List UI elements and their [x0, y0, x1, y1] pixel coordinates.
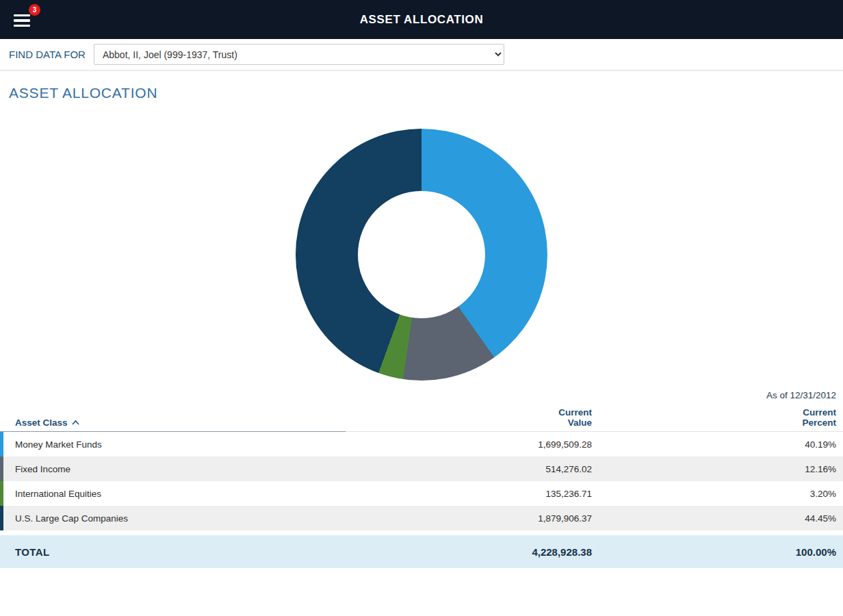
hamburger-menu-button[interactable]: 3: [14, 9, 34, 29]
cell-current-value: 1,879,906.37: [352, 513, 592, 524]
column-header-current-percent: Current Percent: [592, 407, 843, 428]
row-color-indicator: [0, 506, 3, 530]
current-percent-header-line2: Percent: [592, 418, 836, 428]
column-header-asset-class[interactable]: Asset Class: [0, 418, 352, 428]
page-title: ASSET ALLOCATION: [9, 85, 843, 101]
cell-asset-class: Fixed Income: [0, 464, 352, 474]
table-body: Money Market Funds 1,699,509.28 40.19% F…: [0, 432, 843, 530]
table-row: Fixed Income 514,276.02 12.16%: [0, 457, 843, 481]
current-percent-header-line1: Current: [592, 407, 836, 418]
donut-hole: [358, 191, 485, 318]
cell-current-value: 1,699,509.28: [352, 439, 592, 450]
cell-current-percent: 40.19%: [592, 439, 843, 450]
cell-asset-class: International Equities: [0, 489, 352, 499]
cell-current-value: 135,236.71: [352, 489, 592, 499]
total-current-percent: 100.00%: [592, 546, 843, 558]
table-header-row: Asset Class Current Value Current Percen…: [0, 407, 843, 432]
app-title: ASSET ALLOCATION: [360, 13, 484, 27]
asset-allocation-chart[interactable]: [296, 129, 547, 381]
total-current-value: 4,228,928.38: [352, 546, 592, 558]
asset-class-table: Asset Class Current Value Current Percen…: [0, 407, 843, 568]
top-bar: 3 ASSET ALLOCATION: [0, 0, 843, 39]
cell-asset-class: Money Market Funds: [0, 439, 352, 450]
find-data-label: FIND DATA FOR: [9, 49, 86, 60]
row-color-indicator: [0, 457, 3, 481]
table-row: Money Market Funds 1,699,509.28 40.19%: [0, 432, 843, 457]
cell-current-percent: 12.16%: [592, 464, 843, 474]
column-header-current-value: Current Value: [352, 407, 592, 428]
cell-asset-class: U.S. Large Cap Companies: [0, 513, 352, 524]
notification-badge: 3: [29, 4, 40, 16]
asset-class-header-label: Asset Class: [15, 418, 68, 428]
sort-ascending-icon: [72, 420, 79, 425]
total-label: TOTAL: [0, 546, 352, 558]
total-row: TOTAL 4,228,928.38 100.00%: [0, 535, 843, 568]
table-row: U.S. Large Cap Companies 1,879,906.37 44…: [0, 506, 843, 530]
cell-current-value: 514,276.02: [352, 464, 592, 474]
row-color-indicator: [0, 432, 3, 457]
row-color-indicator: [0, 481, 3, 506]
account-select[interactable]: Abbot, II, Joel (999-1937, Trust): [94, 44, 504, 65]
find-data-bar: FIND DATA FOR Abbot, II, Joel (999-1937,…: [0, 39, 843, 70]
as-of-date: As of 12/31/2012: [0, 390, 843, 400]
table-row: International Equities 135,236.71 3.20%: [0, 481, 843, 506]
cell-current-percent: 3.20%: [592, 489, 843, 499]
current-value-header-line1: Current: [352, 407, 592, 418]
current-value-header-line2: Value: [352, 418, 592, 428]
cell-current-percent: 44.45%: [592, 513, 843, 524]
